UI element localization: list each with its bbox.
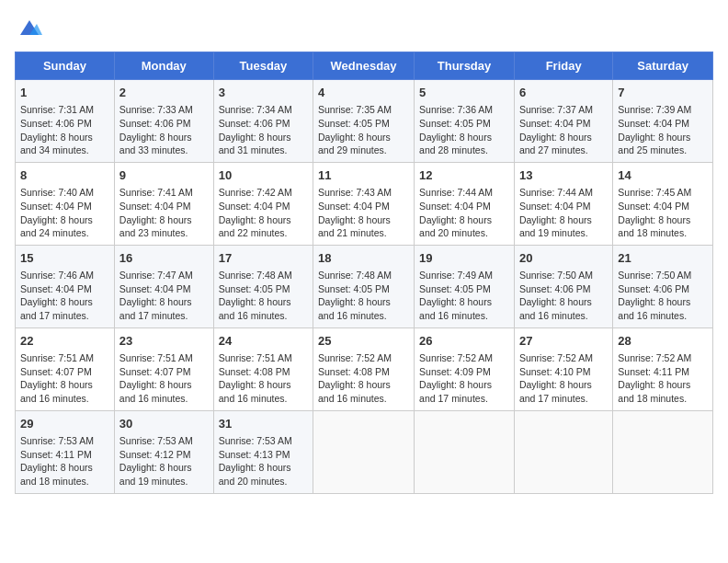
cell-content: Sunrise: 7:53 AM Sunset: 4:12 PM Dayligh… — [119, 434, 209, 488]
cell-content: Sunrise: 7:49 AM Sunset: 4:05 PM Dayligh… — [419, 269, 509, 323]
calendar-cell: 19 Sunrise: 7:49 AM Sunset: 4:05 PM Dayl… — [415, 245, 515, 327]
cell-content: Sunrise: 7:53 AM Sunset: 4:11 PM Dayligh… — [20, 434, 109, 488]
calendar-cell: 10 Sunrise: 7:42 AM Sunset: 4:04 PM Dayl… — [213, 162, 313, 245]
calendar-cell: 27 Sunrise: 7:52 AM Sunset: 4:10 PM Dayl… — [514, 327, 612, 410]
cell-content: Sunrise: 7:52 AM Sunset: 4:09 PM Dayligh… — [419, 351, 509, 406]
calendar-cell: 12 Sunrise: 7:44 AM Sunset: 4:04 PM Dayl… — [415, 162, 515, 245]
cell-content: Sunrise: 7:39 AM Sunset: 4:04 PM Dayligh… — [618, 103, 708, 157]
cell-content: Sunrise: 7:50 AM Sunset: 4:06 PM Dayligh… — [618, 269, 708, 323]
cell-content: Sunrise: 7:46 AM Sunset: 4:04 PM Dayligh… — [20, 269, 109, 323]
day-number: 6 — [519, 85, 608, 101]
day-of-week-header: Tuesday — [213, 52, 313, 80]
calendar-cell: 5 Sunrise: 7:36 AM Sunset: 4:05 PM Dayli… — [415, 80, 515, 163]
cell-content: Sunrise: 7:48 AM Sunset: 4:05 PM Dayligh… — [318, 269, 409, 323]
calendar-cell: 28 Sunrise: 7:52 AM Sunset: 4:11 PM Dayl… — [613, 327, 713, 410]
cell-content: Sunrise: 7:52 AM Sunset: 4:08 PM Dayligh… — [318, 351, 409, 406]
calendar-body: 1 Sunrise: 7:31 AM Sunset: 4:06 PM Dayli… — [16, 80, 713, 494]
day-number: 16 — [119, 250, 209, 267]
cell-content: Sunrise: 7:44 AM Sunset: 4:04 PM Dayligh… — [519, 186, 608, 240]
calendar-week-row: 29 Sunrise: 7:53 AM Sunset: 4:11 PM Dayl… — [16, 410, 713, 493]
day-number: 27 — [519, 333, 608, 350]
day-number: 10 — [219, 167, 308, 184]
calendar-cell: 15 Sunrise: 7:46 AM Sunset: 4:04 PM Dayl… — [16, 245, 115, 327]
calendar-cell: 9 Sunrise: 7:41 AM Sunset: 4:04 PM Dayli… — [114, 162, 213, 245]
cell-content: Sunrise: 7:44 AM Sunset: 4:04 PM Dayligh… — [419, 186, 509, 240]
calendar-cell: 22 Sunrise: 7:51 AM Sunset: 4:07 PM Dayl… — [16, 327, 115, 410]
day-number: 13 — [519, 167, 608, 184]
calendar-cell: 17 Sunrise: 7:48 AM Sunset: 4:05 PM Dayl… — [213, 245, 313, 327]
day-number: 4 — [318, 85, 409, 101]
calendar-cell — [313, 410, 415, 493]
cell-content: Sunrise: 7:45 AM Sunset: 4:04 PM Dayligh… — [618, 186, 708, 240]
day-number: 12 — [419, 167, 509, 184]
day-number: 1 — [20, 85, 109, 101]
calendar-week-row: 15 Sunrise: 7:46 AM Sunset: 4:04 PM Dayl… — [16, 245, 713, 327]
cell-content: Sunrise: 7:52 AM Sunset: 4:10 PM Dayligh… — [519, 351, 608, 406]
cell-content: Sunrise: 7:48 AM Sunset: 4:05 PM Dayligh… — [219, 269, 308, 323]
calendar-cell — [514, 410, 612, 493]
calendar-cell: 8 Sunrise: 7:40 AM Sunset: 4:04 PM Dayli… — [16, 162, 115, 245]
cell-content: Sunrise: 7:43 AM Sunset: 4:04 PM Dayligh… — [318, 186, 409, 240]
calendar-cell: 6 Sunrise: 7:37 AM Sunset: 4:04 PM Dayli… — [514, 80, 612, 163]
day-number: 11 — [318, 167, 409, 184]
cell-content: Sunrise: 7:31 AM Sunset: 4:06 PM Dayligh… — [20, 103, 109, 157]
day-number: 14 — [618, 167, 708, 184]
cell-content: Sunrise: 7:50 AM Sunset: 4:06 PM Dayligh… — [519, 269, 608, 323]
calendar-cell: 31 Sunrise: 7:53 AM Sunset: 4:13 PM Dayl… — [213, 410, 313, 493]
calendar-cell: 29 Sunrise: 7:53 AM Sunset: 4:11 PM Dayl… — [16, 410, 115, 493]
day-number: 15 — [20, 250, 109, 267]
day-number: 17 — [219, 250, 308, 267]
cell-content: Sunrise: 7:34 AM Sunset: 4:06 PM Dayligh… — [219, 103, 308, 157]
calendar-cell: 25 Sunrise: 7:52 AM Sunset: 4:08 PM Dayl… — [313, 327, 415, 410]
calendar-cell: 23 Sunrise: 7:51 AM Sunset: 4:07 PM Dayl… — [114, 327, 213, 410]
day-number: 5 — [419, 85, 509, 101]
cell-content: Sunrise: 7:36 AM Sunset: 4:05 PM Dayligh… — [419, 103, 509, 157]
cell-content: Sunrise: 7:40 AM Sunset: 4:04 PM Dayligh… — [20, 186, 109, 240]
calendar-cell: 24 Sunrise: 7:51 AM Sunset: 4:08 PM Dayl… — [213, 327, 313, 410]
calendar-cell: 7 Sunrise: 7:39 AM Sunset: 4:04 PM Dayli… — [613, 80, 713, 163]
day-of-week-header: Sunday — [16, 52, 115, 80]
cell-content: Sunrise: 7:33 AM Sunset: 4:06 PM Dayligh… — [119, 103, 209, 157]
day-number: 2 — [119, 85, 209, 101]
calendar-cell: 1 Sunrise: 7:31 AM Sunset: 4:06 PM Dayli… — [16, 80, 115, 163]
header-row: SundayMondayTuesdayWednesdayThursdayFrid… — [16, 52, 713, 80]
calendar-cell: 21 Sunrise: 7:50 AM Sunset: 4:06 PM Dayl… — [613, 245, 713, 327]
cell-content: Sunrise: 7:51 AM Sunset: 4:07 PM Dayligh… — [20, 351, 109, 406]
day-number: 7 — [618, 85, 708, 101]
logo-icon — [17, 15, 42, 40]
calendar-cell: 14 Sunrise: 7:45 AM Sunset: 4:04 PM Dayl… — [613, 162, 713, 245]
day-number: 26 — [419, 333, 509, 350]
calendar-cell — [415, 410, 515, 493]
day-of-week-header: Friday — [514, 52, 612, 80]
day-number: 9 — [119, 167, 209, 184]
day-number: 24 — [219, 333, 308, 350]
calendar-cell: 2 Sunrise: 7:33 AM Sunset: 4:06 PM Dayli… — [114, 80, 213, 163]
day-number: 23 — [119, 333, 209, 350]
calendar-cell: 3 Sunrise: 7:34 AM Sunset: 4:06 PM Dayli… — [213, 80, 313, 163]
day-of-week-header: Saturday — [613, 52, 713, 80]
day-number: 20 — [519, 250, 608, 267]
day-of-week-header: Wednesday — [313, 52, 415, 80]
day-number: 29 — [20, 416, 109, 432]
header — [15, 15, 713, 40]
day-number: 19 — [419, 250, 509, 267]
calendar-cell: 13 Sunrise: 7:44 AM Sunset: 4:04 PM Dayl… — [514, 162, 612, 245]
day-number: 22 — [20, 333, 109, 350]
calendar-cell: 26 Sunrise: 7:52 AM Sunset: 4:09 PM Dayl… — [415, 327, 515, 410]
day-number: 30 — [119, 416, 209, 432]
calendar-week-row: 1 Sunrise: 7:31 AM Sunset: 4:06 PM Dayli… — [16, 80, 713, 163]
cell-content: Sunrise: 7:35 AM Sunset: 4:05 PM Dayligh… — [318, 103, 409, 157]
cell-content: Sunrise: 7:47 AM Sunset: 4:04 PM Dayligh… — [119, 269, 209, 323]
day-number: 31 — [219, 416, 308, 432]
calendar-cell: 20 Sunrise: 7:50 AM Sunset: 4:06 PM Dayl… — [514, 245, 612, 327]
day-of-week-header: Thursday — [415, 52, 515, 80]
calendar-cell: 16 Sunrise: 7:47 AM Sunset: 4:04 PM Dayl… — [114, 245, 213, 327]
cell-content: Sunrise: 7:42 AM Sunset: 4:04 PM Dayligh… — [219, 186, 308, 240]
cell-content: Sunrise: 7:52 AM Sunset: 4:11 PM Dayligh… — [618, 351, 708, 406]
calendar-week-row: 22 Sunrise: 7:51 AM Sunset: 4:07 PM Dayl… — [16, 327, 713, 410]
day-number: 8 — [20, 167, 109, 184]
cell-content: Sunrise: 7:53 AM Sunset: 4:13 PM Dayligh… — [219, 434, 308, 488]
calendar-week-row: 8 Sunrise: 7:40 AM Sunset: 4:04 PM Dayli… — [16, 162, 713, 245]
day-number: 25 — [318, 333, 409, 350]
calendar-cell: 4 Sunrise: 7:35 AM Sunset: 4:05 PM Dayli… — [313, 80, 415, 163]
